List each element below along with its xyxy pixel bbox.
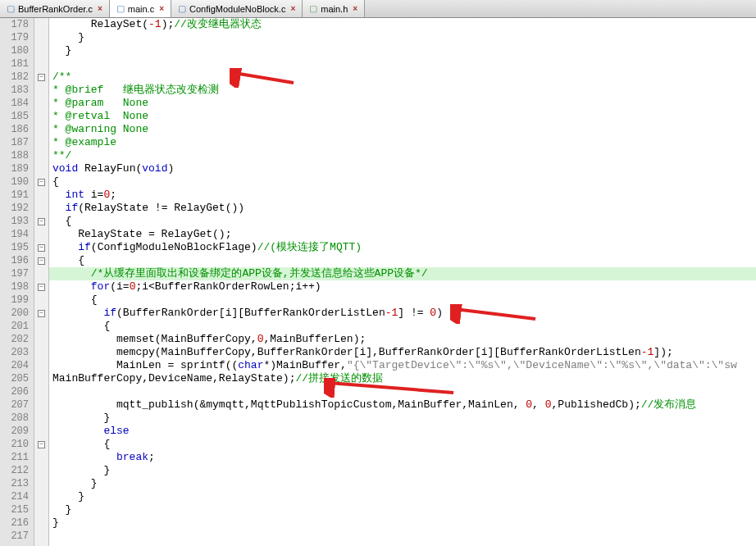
fold-marker[interactable]: − <box>34 71 48 84</box>
code-line[interactable]: if(RelayState != RelayGet()) <box>49 202 756 215</box>
fold-marker[interactable] <box>34 516 48 530</box>
fold-minus-icon[interactable]: − <box>38 257 45 265</box>
fold-marker[interactable]: − <box>34 254 48 267</box>
line-number: 188 <box>0 149 29 162</box>
code-line[interactable]: { <box>49 254 756 267</box>
close-icon[interactable]: × <box>353 4 358 13</box>
code-line[interactable] <box>49 57 756 71</box>
code-line[interactable]: RelayState = RelayGet(); <box>49 228 756 241</box>
fold-marker[interactable]: − <box>34 215 48 228</box>
fold-marker[interactable] <box>34 398 48 412</box>
fold-marker[interactable] <box>34 84 48 97</box>
close-icon[interactable]: × <box>290 4 295 13</box>
code-line[interactable]: { <box>49 320 756 333</box>
fold-marker[interactable] <box>34 44 48 57</box>
close-icon[interactable]: × <box>159 4 164 13</box>
code-line[interactable]: } <box>49 477 756 490</box>
fold-minus-icon[interactable]: − <box>38 74 45 81</box>
tab-BufferRankOrder-c[interactable]: ▢BufferRankOrder.c× <box>0 0 110 17</box>
fold-marker[interactable] <box>34 293 48 307</box>
fold-marker[interactable] <box>34 530 48 543</box>
code-line[interactable]: if(ConfigModuleNoBlockFlage)//(模块连接了MQTT… <box>49 241 756 254</box>
fold-minus-icon[interactable]: − <box>38 310 45 317</box>
code-line[interactable]: } <box>49 412 756 425</box>
line-number: 180 <box>0 44 29 57</box>
code-line[interactable]: * @warning None <box>49 123 756 136</box>
code-line[interactable]: if(BufferRankOrder[i][BufferRankOrderLis… <box>49 307 756 320</box>
tab-ConfigModuleNoBlock-c[interactable]: ▢ConfigModuleNoBlock.c× <box>171 0 303 17</box>
code-line[interactable]: * @brief 继电器状态改变检测 <box>49 84 756 97</box>
fold-marker[interactable] <box>34 110 48 123</box>
code-line[interactable]: } <box>49 464 756 477</box>
fold-marker[interactable] <box>34 189 48 202</box>
tab-main-c[interactable]: ▢main.c× <box>110 0 171 17</box>
code-line[interactable]: { <box>49 175 756 189</box>
code-line[interactable]: { <box>49 293 756 307</box>
code-line[interactable] <box>49 385 756 398</box>
fold-marker[interactable] <box>34 372 48 385</box>
fold-marker[interactable] <box>34 162 48 175</box>
code-line[interactable]: { <box>49 438 756 451</box>
fold-marker[interactable] <box>34 425 48 438</box>
code-line[interactable]: MainBufferCopy,DeviceName,RelayState);//… <box>49 372 756 385</box>
tab-main-h[interactable]: ▢main.h× <box>303 0 365 17</box>
fold-marker[interactable] <box>34 451 48 464</box>
code-line[interactable]: { <box>49 215 756 228</box>
code-line[interactable]: for(i=0;i<BufferRankOrderRowLen;i++) <box>49 280 756 293</box>
code-line[interactable]: memset(MainBufferCopy,0,MainBufferLen); <box>49 333 756 346</box>
fold-marker[interactable] <box>34 202 48 215</box>
close-icon[interactable]: × <box>98 4 102 13</box>
fold-minus-icon[interactable]: − <box>38 244 45 252</box>
code-line[interactable]: } <box>49 503 756 516</box>
fold-marker[interactable] <box>34 490 48 503</box>
fold-marker[interactable]: − <box>34 241 48 254</box>
fold-marker[interactable] <box>34 97 48 110</box>
fold-marker[interactable] <box>34 57 48 71</box>
fold-marker[interactable] <box>34 228 48 241</box>
fold-marker[interactable] <box>34 477 48 490</box>
code-line[interactable]: int i=0; <box>49 189 756 202</box>
code-line[interactable]: /** <box>49 71 756 84</box>
fold-marker[interactable] <box>34 136 48 149</box>
code-line[interactable]: void RelayFun(void) <box>49 162 756 175</box>
fold-marker[interactable] <box>34 346 48 359</box>
fold-marker[interactable] <box>34 333 48 346</box>
fold-marker[interactable]: − <box>34 438 48 451</box>
code-line[interactable]: } <box>49 31 756 44</box>
fold-marker[interactable] <box>34 18 48 31</box>
code-line[interactable]: * @example <box>49 136 756 149</box>
code-line[interactable]: RelaySet(-1);//改变继电器状态 <box>49 18 756 31</box>
fold-marker[interactable]: − <box>34 280 48 293</box>
code-line[interactable]: memcpy(MainBufferCopy,BufferRankOrder[i]… <box>49 346 756 359</box>
fold-marker[interactable] <box>34 149 48 162</box>
fold-marker[interactable] <box>34 464 48 477</box>
code-line[interactable]: * @param None <box>49 97 756 110</box>
code-line[interactable]: **/ <box>49 149 756 162</box>
code-line[interactable]: * @retval None <box>49 110 756 123</box>
code-line[interactable]: else <box>49 425 756 438</box>
fold-marker[interactable] <box>34 359 48 372</box>
fold-minus-icon[interactable]: − <box>38 441 45 448</box>
code-area[interactable]: RelaySet(-1);//改变继电器状态 } }/*** @brief 继电… <box>49 18 756 546</box>
fold-marker[interactable]: − <box>34 175 48 189</box>
code-line[interactable]: break; <box>49 451 756 464</box>
fold-minus-icon[interactable]: − <box>38 218 45 225</box>
fold-marker[interactable] <box>34 31 48 44</box>
fold-marker[interactable]: − <box>34 307 48 320</box>
fold-marker[interactable] <box>34 320 48 333</box>
fold-marker[interactable] <box>34 123 48 136</box>
code-editor: 1781791801811821831841851861871881891901… <box>0 18 756 546</box>
code-line[interactable] <box>49 530 756 543</box>
fold-minus-icon[interactable]: − <box>38 284 45 291</box>
fold-marker[interactable] <box>34 267 48 280</box>
code-line[interactable]: } <box>49 44 756 57</box>
fold-minus-icon[interactable]: − <box>38 179 45 186</box>
code-line[interactable]: /*从缓存里面取出和设备绑定的APP设备,并发送信息给这些APP设备*/ <box>49 267 756 280</box>
code-line[interactable]: } <box>49 516 756 530</box>
fold-marker[interactable] <box>34 385 48 398</box>
code-line[interactable]: mqtt_publish(&mymqtt,MqttPublishTopicCus… <box>49 398 756 412</box>
fold-marker[interactable] <box>34 412 48 425</box>
code-line[interactable]: } <box>49 490 756 503</box>
code-line[interactable]: MainLen = sprintf((char*)MainBuffer,"{\"… <box>49 359 756 372</box>
fold-marker[interactable] <box>34 503 48 516</box>
